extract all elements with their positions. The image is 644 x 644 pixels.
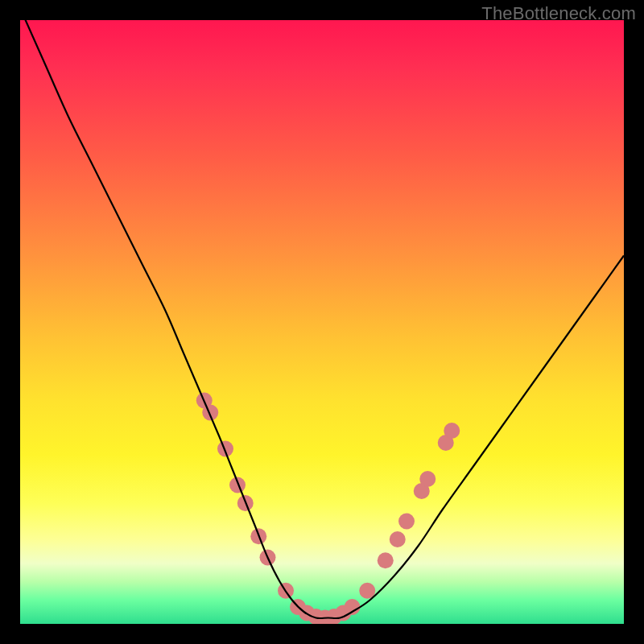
watermark-text: TheBottleneck.com (481, 3, 636, 24)
bottleneck-curve-path (20, 20, 624, 618)
data-marker (217, 441, 233, 457)
data-marker (398, 514, 415, 530)
data-marker (390, 531, 406, 547)
data-marker (229, 477, 246, 493)
data-marker (444, 423, 460, 439)
chart-frame: TheBottleneck.com (0, 0, 644, 644)
data-marker (202, 405, 218, 421)
marker-layer (196, 393, 460, 625)
bottleneck-chart-svg (20, 20, 624, 624)
plot-area (20, 20, 624, 624)
data-marker (378, 552, 394, 568)
data-marker (419, 471, 436, 487)
